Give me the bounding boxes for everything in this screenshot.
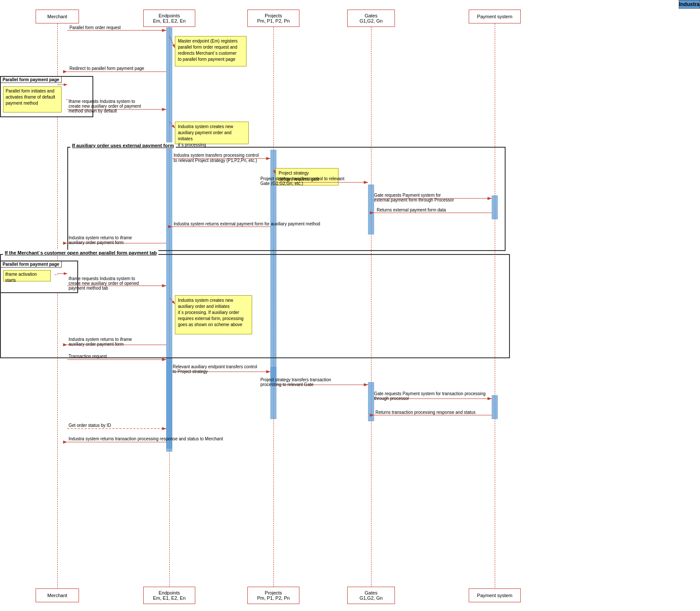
svg-text:to Project strategy: to Project strategy	[173, 369, 208, 374]
svg-text:Get order status by ID: Get order status by ID	[69, 423, 111, 428]
projects-top-box: Projects Pm, P1, P2, Pn	[247, 10, 299, 27]
note-master-endpoint: Master endpoint (Em) registers parallel …	[175, 36, 246, 66]
pf-page-label-2: Parallel form payment page	[0, 261, 62, 268]
gates-activation-bar2	[368, 382, 374, 421]
fragment-external-payment-form: If auxiliary order uses external payment…	[67, 147, 506, 251]
header-title: Industra	[679, 1, 700, 7]
note-auxiliary-order: Industra system creates new auxiliary pa…	[175, 122, 249, 144]
pf-page-box-2: Parallel form payment page iframe activa…	[0, 261, 78, 293]
pf-page-box-1: Parallel form payment page Parallel form…	[0, 76, 93, 117]
pf-page-label-1: Parallel form payment page	[0, 76, 62, 83]
endpoints-activation-bar2	[166, 358, 172, 452]
pf-page-note-1: Parallel form initiates and activates if…	[3, 86, 62, 112]
svg-text:Industra system returns transa: Industra system returns transaction proc…	[69, 436, 223, 441]
projects-bot-box: Projects Pm, P1, P2, Pn	[247, 587, 299, 604]
projects-activation-bar2	[270, 367, 276, 419]
svg-text:Redirect to parallel form paym: Redirect to parallel form payment page	[69, 66, 145, 71]
fragment-external-label: If auxiliary order uses external payment…	[70, 142, 176, 149]
pf-arrow-1: ←	[65, 96, 70, 102]
svg-text:Returns transaction processing: Returns transaction processing response …	[375, 410, 476, 415]
diagram: Industra Merchant Endpoints Em, E1, E2, …	[0, 0, 700, 611]
endpoints-bot-box: Endpoints Em, E1, E2, En	[143, 587, 195, 604]
header-bar: Industra	[679, 0, 700, 9]
payment-activation-bar2	[492, 395, 498, 419]
svg-text:Relevant auxiliary endpoint tr: Relevant auxiliary endpoint transfers co…	[173, 364, 257, 369]
gates-bot-box: Gates G1,G2, Gn	[347, 587, 395, 604]
payment-bot-box: Payment system	[469, 588, 521, 602]
note-project-strategy: Project strategy defines required gate	[276, 168, 338, 185]
svg-text:Parallel form order request: Parallel form order request	[69, 25, 121, 30]
fragment-another-label: If the Merchant`s customer open another …	[3, 250, 158, 256]
svg-text:through processor: through processor	[374, 396, 409, 401]
note-auxiliary-order2: Industra system creates new auxiliary or…	[175, 295, 252, 334]
pf-arrow-2: ←	[54, 271, 59, 277]
gates-top-box: Gates G1,G2, Gn	[347, 10, 395, 27]
svg-text:processing to relevant Gate: processing to relevant Gate	[260, 382, 314, 387]
merchant-top-box: Merchant	[36, 10, 79, 23]
svg-text:Gate requests Payment system f: Gate requests Payment system for transac…	[374, 391, 486, 396]
merchant-bot-box: Merchant	[36, 588, 79, 602]
payment-top-box: Payment system	[469, 10, 521, 23]
pf-page-note-2: iframe activation starts	[3, 270, 51, 281]
endpoints-top-box: Endpoints Em, E1, E2, En	[143, 10, 195, 27]
